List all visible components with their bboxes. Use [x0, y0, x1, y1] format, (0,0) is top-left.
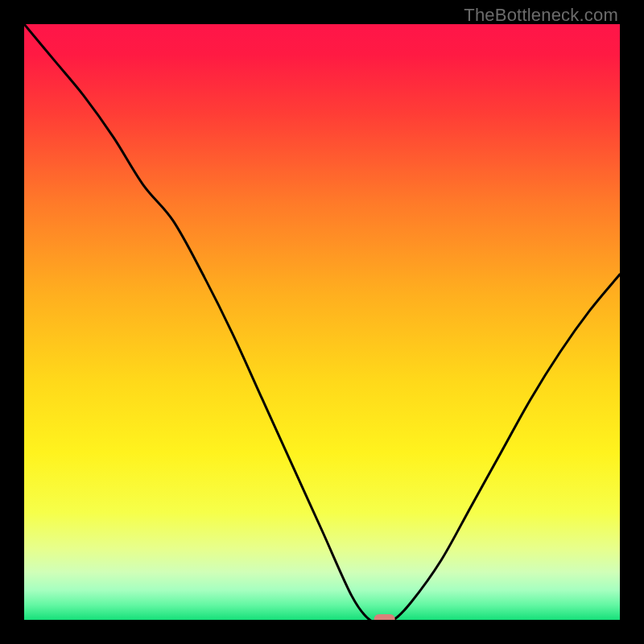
plot-area	[24, 24, 620, 620]
optimal-marker	[374, 614, 395, 620]
chart-stage: TheBottleneck.com	[0, 0, 644, 644]
curve-layer	[24, 24, 620, 620]
bottleneck-curve	[24, 24, 620, 620]
watermark-text: TheBottleneck.com	[464, 5, 618, 26]
